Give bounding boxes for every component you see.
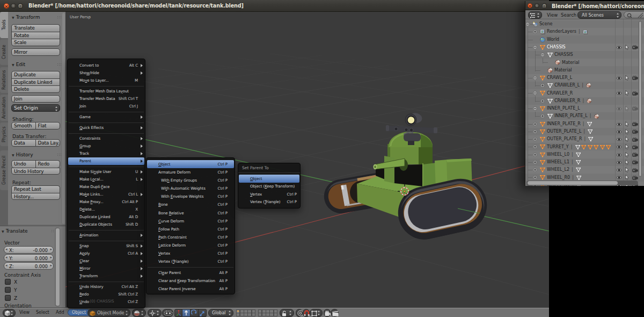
restrict-select-icon[interactable]	[625, 152, 629, 157]
tab-tools[interactable]: Tools	[0, 12, 8, 38]
button-redo[interactable]: Redo	[36, 160, 61, 168]
menu-item-parent[interactable]: Parent	[68, 157, 144, 165]
button-delete[interactable]: Delete	[11, 85, 60, 93]
menu-item-follow-path[interactable]: Follow PathCtrl P	[147, 225, 234, 233]
outliner-minimize-button[interactable]: –	[535, 3, 539, 8]
menu-item-vertex[interactable]: VertexCtrl P	[239, 190, 299, 198]
tab-create[interactable]: Create	[0, 39, 8, 65]
menu-item-quick-effects[interactable]: Quick Effects	[68, 124, 144, 132]
menu-item-make-single-user[interactable]: Make Single UserU	[68, 168, 144, 176]
button-duplicate[interactable]: Duplicate	[11, 71, 60, 78]
menu-item-snap[interactable]: SnapShift S	[68, 242, 144, 250]
checkbox-axis-x[interactable]	[5, 279, 11, 285]
menu-item-transfer-mesh-data[interactable]: Transfer Mesh DataShift Ctrl T	[68, 95, 144, 103]
restrict-render-icon[interactable]	[632, 129, 638, 134]
button-flat[interactable]: Flat	[36, 122, 61, 129]
restrict-render-icon[interactable]	[632, 122, 638, 126]
restrict-select-icon[interactable]	[625, 167, 629, 172]
menu-item-join[interactable]: JoinCtrl J	[68, 103, 144, 110]
mode-selector[interactable]: Object Mode	[87, 309, 130, 317]
checkbox-axis-y[interactable]	[5, 287, 11, 293]
outliner-row-world-2[interactable]: World	[525, 36, 644, 44]
outliner-row-inner-plate-r-13[interactable]: INNER_PLATE_R|	[525, 120, 644, 128]
restrict-render-icon[interactable]	[632, 91, 638, 96]
viewport-shading-selector[interactable]	[132, 309, 146, 317]
menu-item-show-hide[interactable]: Show/Hide	[68, 69, 144, 77]
restrict-view-icon[interactable]	[616, 123, 622, 126]
render-button[interactable]	[324, 309, 331, 317]
outliner-row-wheel-l2-19[interactable]: WHEEL_L2|	[525, 166, 644, 174]
restrict-view-icon[interactable]	[616, 91, 622, 95]
manipulator-rotate-toggle[interactable]	[191, 309, 199, 317]
restrict-render-icon[interactable]	[632, 176, 638, 180]
restrict-select-icon[interactable]	[625, 129, 629, 134]
menu-item-mirror[interactable]: Mirror	[68, 265, 144, 272]
manipulator-scale-toggle[interactable]	[199, 309, 207, 317]
button-rotate[interactable]: Rotate	[11, 32, 60, 39]
restrict-view-icon[interactable]	[616, 130, 622, 134]
button-data-lay[interactable]: Data Lay...	[36, 139, 61, 147]
outliner-close-button[interactable]	[528, 3, 532, 8]
restrict-select-icon[interactable]	[625, 175, 629, 180]
restrict-select-icon[interactable]	[625, 45, 629, 50]
toolshelf-scrollbar[interactable]	[62, 13, 65, 224]
restrict-view-icon[interactable]	[616, 153, 622, 157]
restrict-select-icon[interactable]	[625, 121, 629, 127]
tab-relations[interactable]: Relations	[0, 67, 8, 93]
button-translate[interactable]: Translate	[11, 24, 60, 32]
restrict-select-icon[interactable]	[625, 160, 629, 165]
menu-object[interactable]: Object	[68, 309, 90, 316]
button-scale[interactable]: Scale	[11, 39, 60, 46]
tab-physics[interactable]: Physics	[0, 123, 8, 146]
menu-item-with-empty-groups[interactable]: With Empty GroupsCtrl P	[147, 176, 234, 184]
tab-grease-pencil[interactable]: Grease Pencil	[0, 150, 8, 190]
render-animation-button[interactable]	[331, 309, 339, 317]
button-mirror[interactable]: Mirror	[11, 48, 60, 56]
panel-drag-dots[interactable]	[57, 63, 62, 66]
restrict-select-icon[interactable]	[625, 136, 629, 142]
outliner-row-crawler-l-8[interactable]: CRAWLER_L|	[525, 82, 644, 89]
field-x[interactable]: X:-0.000	[4, 246, 54, 254]
menu-item-path-constraint[interactable]: Path ConstraintCtrl P	[147, 233, 234, 241]
outliner-row-chassis-4[interactable]: CHASSIS	[525, 51, 644, 59]
menu-item-vertex-triangle[interactable]: Vertex (Triangle)Ctrl P	[147, 257, 234, 265]
operator-panel-scrollbar[interactable]	[56, 228, 60, 306]
menu-view[interactable]: View	[19, 310, 30, 315]
outliner-menu-view[interactable]: View	[547, 12, 558, 18]
menu-item-clear-parent[interactable]: Clear ParentAlt P	[147, 269, 234, 277]
maximize-button[interactable]: ▢	[18, 3, 23, 9]
menu-item-bone-relative[interactable]: Bone RelativeCtrl P	[147, 209, 234, 217]
outliner-row-turret-y-16[interactable]: TURRET_Y|	[525, 143, 644, 150]
manipulator-axis-toggle[interactable]	[174, 309, 182, 317]
menu-item-armature-deform[interactable]: Armature DeformCtrl P	[147, 168, 234, 176]
field-y[interactable]: Y:0.000	[4, 254, 54, 262]
minimize-button[interactable]: –	[11, 3, 16, 9]
menu-item-redo[interactable]: RedoShift Ctrl Z	[68, 291, 144, 298]
restrict-render-icon[interactable]	[632, 153, 638, 157]
editor-type-selector[interactable]	[3, 309, 16, 317]
restrict-select-icon[interactable]	[625, 144, 629, 149]
menu-select[interactable]: Select	[36, 310, 49, 315]
outliner-maximize-button[interactable]: ▢	[542, 3, 547, 8]
menu-item-duplicate-linked[interactable]: Duplicate LinkedAlt D	[68, 213, 144, 221]
menu-item-bone[interactable]: BoneCtrl P	[147, 200, 234, 208]
menu-item-object-keep-transform[interactable]: Object (Keep Transform)	[239, 183, 299, 191]
outliner-row-outer-plate-r-15[interactable]: OUTER_PLATE_R|	[525, 135, 644, 143]
menu-item-object[interactable]: Object	[239, 175, 299, 183]
scene-selector[interactable]: All Scenes	[577, 11, 621, 19]
orientation-selector[interactable]: Global	[208, 309, 233, 317]
panel-drag-dots[interactable]	[57, 16, 62, 18]
menu-item-lattice-deform[interactable]: Lattice DeformCtrl P	[147, 241, 234, 249]
outliner-menu-search[interactable]: Search	[561, 12, 576, 18]
region-resize-corner[interactable]	[636, 11, 643, 18]
menu-item-duplicate-objects[interactable]: Duplicate ObjectsShift D	[68, 221, 144, 228]
menu-item-clear-parent-inverse[interactable]: Clear Parent InverseAlt P	[147, 285, 234, 293]
manipulator-center-toggle[interactable]	[162, 309, 173, 317]
menu-item-curve-deform[interactable]: Curve DeformCtrl P	[147, 217, 234, 225]
menu-item-track[interactable]: Track	[68, 150, 144, 157]
restrict-view-icon[interactable]	[616, 46, 622, 49]
restrict-view-icon[interactable]	[616, 107, 622, 111]
restrict-render-icon[interactable]	[632, 138, 638, 142]
restrict-render-icon[interactable]	[632, 160, 638, 164]
manipulator-translate-toggle[interactable]	[182, 309, 191, 317]
